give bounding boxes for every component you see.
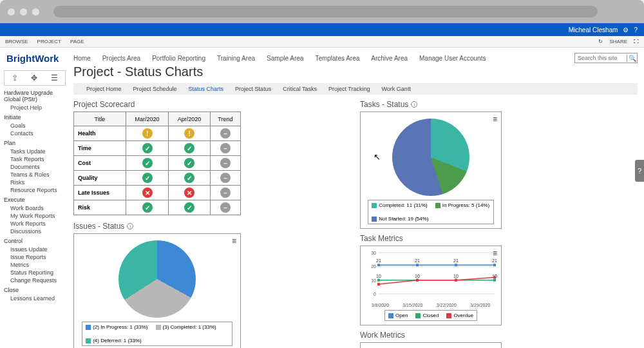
svg-text:10: 10: [371, 278, 376, 283]
nav-item[interactable]: My Work Reports: [4, 212, 66, 220]
search-input[interactable]: [575, 55, 627, 61]
toolbox: ⇪ ✥ ☰: [4, 70, 66, 86]
status-indicator: ✓: [142, 158, 153, 168]
refresh-icon[interactable]: ↻: [598, 39, 603, 44]
subtab[interactable]: Work Gantt: [382, 86, 411, 92]
issues-legend: (2) In Progress: 1 (33%)(3) Completed: 1…: [82, 322, 232, 346]
nav-item[interactable]: Project Help: [4, 104, 66, 111]
svg-text:21: 21: [415, 258, 420, 263]
topnav-item[interactable]: Portfolio Reporting: [152, 55, 205, 62]
legend-item: (3) Completed: 1 (33%): [156, 324, 216, 330]
nav-item[interactable]: Discussions: [4, 227, 66, 235]
topnav-item[interactable]: Sample Area: [267, 55, 303, 62]
info-icon[interactable]: i: [127, 223, 133, 229]
scorecard-header: Mar/2020: [126, 112, 168, 126]
nav-item[interactable]: Tasks Update: [4, 148, 66, 155]
nav-item[interactable]: Change Requests: [4, 276, 66, 284]
subtab[interactable]: Project Home: [86, 86, 122, 92]
legend-item: Not Started: 19 (54%): [372, 216, 428, 222]
svg-text:10: 10: [453, 274, 459, 278]
nav-item[interactable]: Risks: [4, 179, 66, 186]
ribbon-page[interactable]: PAGE: [70, 39, 84, 44]
status-indicator: ✓: [184, 202, 194, 213]
ribbon-project[interactable]: PROJECT: [37, 39, 61, 44]
topnav-item[interactable]: Archive Area: [371, 55, 408, 62]
fullscreen-icon[interactable]: ⛶: [634, 39, 639, 44]
scorecard-row-title: Late Issues: [74, 186, 126, 200]
nav-group-head[interactable]: Close: [4, 287, 66, 293]
subtab[interactable]: Project Status: [235, 86, 271, 92]
svg-text:10: 10: [415, 274, 420, 278]
scorecard-header: Title: [74, 112, 126, 126]
list-icon[interactable]: ☰: [51, 73, 58, 82]
nav-group-head[interactable]: Plan: [4, 140, 66, 146]
user-name[interactable]: Micheal Clesham: [569, 26, 618, 34]
subtab[interactable]: Critical Tasks: [283, 86, 317, 92]
chart-menu-icon[interactable]: ≡: [493, 249, 497, 258]
page-title: Project - Status Charts: [73, 64, 638, 79]
scorecard-cell: ✓: [169, 141, 211, 156]
sidebar-project-head[interactable]: Hardware Upgrade Global (PStr): [4, 90, 66, 102]
nav-item[interactable]: Work Boards: [4, 204, 66, 212]
subtab[interactable]: Project Schedule: [133, 86, 177, 92]
chart-menu-icon[interactable]: ≡: [493, 115, 497, 124]
topnav-item[interactable]: Templates Area: [315, 55, 359, 62]
move-icon[interactable]: ✥: [31, 73, 37, 82]
browser-url-bar[interactable]: [53, 6, 598, 17]
task-metrics-title: Task Metrics: [360, 234, 638, 243]
nav-item[interactable]: Status Reporting: [4, 269, 66, 276]
status-indicator: ✕: [142, 188, 153, 198]
chart-menu-icon[interactable]: ≡: [493, 345, 497, 348]
info-icon[interactable]: i: [411, 101, 417, 108]
scorecard-cell: ✓: [169, 200, 211, 215]
nav-item[interactable]: Issues Update: [4, 246, 66, 253]
share-label[interactable]: SHARE: [609, 39, 627, 44]
nav-group-head[interactable]: Initiate: [4, 114, 66, 121]
help-tab[interactable]: ?: [635, 160, 644, 182]
nav-group-head[interactable]: Control: [4, 238, 66, 244]
ribbon-browse[interactable]: BROWSE: [5, 39, 28, 44]
search-box: 🔍: [574, 53, 638, 63]
nav-item[interactable]: Metrics: [4, 261, 66, 269]
status-indicator: –: [220, 143, 231, 153]
scorecard-cell: –: [210, 171, 240, 186]
work-metrics-chart: ≡: [360, 342, 502, 348]
subtab[interactable]: Status Charts: [189, 86, 224, 92]
sidebar: BrightWork ⇪ ✥ ☰ Hardware Upgrade Global…: [0, 48, 70, 348]
topnav-item[interactable]: Manage User Accounts: [419, 55, 486, 62]
legend-item: Open: [388, 313, 408, 318]
legend-item: (2) In Progress: 1 (33%): [86, 324, 147, 330]
svg-text:21: 21: [492, 258, 497, 263]
nav-item[interactable]: Work Reports: [4, 220, 66, 227]
scorecard-cell: –: [210, 156, 240, 171]
x-tick: 3/29/2020: [470, 303, 490, 307]
nav-item[interactable]: Contacts: [4, 130, 66, 137]
status-indicator: !: [184, 128, 194, 139]
nav-group-head[interactable]: Execute: [4, 197, 66, 203]
chart-menu-icon[interactable]: ≡: [232, 237, 236, 246]
help-icon[interactable]: ?: [634, 26, 638, 34]
nav-item[interactable]: Goals: [4, 122, 66, 130]
subtab[interactable]: Project Tracking: [328, 86, 370, 92]
nav-item[interactable]: Lessons Learned: [4, 295, 66, 302]
upload-icon[interactable]: ⇪: [12, 73, 18, 82]
svg-text:21: 21: [376, 258, 381, 263]
nav-item[interactable]: Resource Reports: [4, 186, 66, 194]
svg-text:20: 20: [371, 264, 376, 269]
tasks-title: Tasks - Statusi: [360, 100, 638, 109]
topnav-item[interactable]: Training Area: [217, 55, 255, 62]
topnav-item[interactable]: Projects Area: [102, 55, 140, 62]
status-indicator: –: [220, 202, 231, 213]
scorecard-cell: –: [210, 200, 240, 215]
gear-icon[interactable]: ⚙: [623, 26, 629, 34]
status-indicator: ✓: [184, 158, 194, 168]
nav-item[interactable]: Teams & Roles: [4, 171, 66, 179]
nav-item[interactable]: Documents: [4, 163, 66, 171]
topnav-item[interactable]: Home: [73, 55, 91, 62]
scorecard-row-title: Risk: [74, 200, 126, 215]
nav-item[interactable]: Issue Reports: [4, 253, 66, 261]
search-icon[interactable]: 🔍: [627, 55, 637, 62]
x-tick: 3/22/2020: [437, 303, 457, 307]
status-indicator: ✓: [142, 143, 153, 153]
nav-item[interactable]: Task Reports: [4, 155, 66, 163]
